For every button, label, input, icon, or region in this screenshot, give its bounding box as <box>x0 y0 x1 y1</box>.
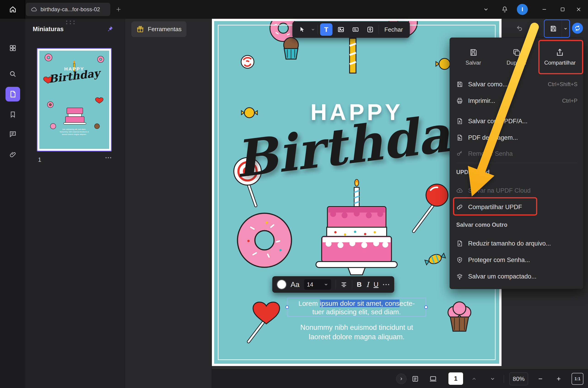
italic-button[interactable]: I <box>366 281 369 289</box>
pin-icon[interactable] <box>106 24 115 33</box>
menu-item-save-cloud: Salvar na UPDF Cloud <box>450 182 584 199</box>
search-icon[interactable] <box>5 67 20 81</box>
thumbnail-more-button[interactable] <box>103 153 113 162</box>
reader-mode-icon[interactable] <box>428 369 438 388</box>
left-sidebar <box>0 19 25 388</box>
title-bar: birthday-ca...for-boss-02 I <box>0 0 588 19</box>
notifications-bell-icon[interactable] <box>500 5 509 14</box>
key-icon <box>456 150 463 157</box>
status-bar: 1 80% 1:1 <box>212 369 588 388</box>
toolbar-divider <box>318 25 318 34</box>
document-tab[interactable]: birthday-ca...for-boss-02 <box>26 3 110 16</box>
table-of-contents-icon[interactable] <box>411 369 420 388</box>
toolbar-divider <box>336 280 336 289</box>
toolbar-collapse-chevron[interactable] <box>481 5 491 14</box>
font-size-select[interactable]: 14 <box>304 279 331 290</box>
cloud-upload-icon <box>456 187 463 194</box>
font-family-button[interactable]: Aa <box>291 280 300 289</box>
form-tool[interactable] <box>349 23 362 36</box>
menu-item-print[interactable]: Imprimir... Ctrl+P <box>450 93 584 109</box>
sidebar-item-comments[interactable] <box>5 127 20 141</box>
apps-grid-icon[interactable] <box>5 41 20 55</box>
duplicate-icon <box>512 48 521 57</box>
menu-item-save-pdfa[interactable]: Salvar como PDF/A... <box>450 113 584 129</box>
toolbar-divider <box>379 25 379 34</box>
save-as-icon <box>456 81 463 88</box>
sidebar-item-thumbnails[interactable] <box>5 87 20 101</box>
undo-button[interactable] <box>513 22 526 35</box>
save-icon <box>469 48 478 57</box>
home-button[interactable] <box>0 0 25 19</box>
cloud-sync-icon[interactable] <box>572 23 583 34</box>
menu-item-share-updf[interactable]: Compartilhar UPDF <box>450 199 584 215</box>
home-icon <box>9 5 17 13</box>
share-icon <box>556 48 564 57</box>
menu-tile-save[interactable]: Salvar <box>454 42 493 72</box>
thumbnails-panel-title: Miniaturas <box>33 26 64 33</box>
stamp-tool[interactable] <box>364 23 376 36</box>
card-body-text[interactable]: Nonummy nibh euismod tincidunt ut laoree… <box>214 323 499 341</box>
sidebar-item-attachments[interactable] <box>5 147 20 162</box>
text-selection-box[interactable]: Lorem ipsum dolor sit amet, consecte-tue… <box>287 298 426 316</box>
next-page-chevron[interactable] <box>488 369 497 388</box>
cloud-icon <box>31 6 37 13</box>
save-button-group <box>544 20 570 38</box>
image-tool[interactable] <box>335 23 347 36</box>
save-button[interactable] <box>544 20 562 37</box>
pdfa-icon <box>456 118 463 125</box>
window-minimize-button[interactable] <box>540 5 549 14</box>
printer-icon <box>456 97 463 104</box>
more-options-button[interactable] <box>383 284 389 285</box>
layers-down-icon <box>456 273 463 280</box>
page-number-input[interactable]: 1 <box>448 372 463 385</box>
select-tool-chevron[interactable] <box>311 27 315 32</box>
underline-button[interactable]: U <box>374 281 379 288</box>
expand-panel-button[interactable] <box>396 374 407 384</box>
thumbnail-card-art: HAPPY Birthday tuer adipiscing elit, sed… <box>39 51 109 149</box>
sidebar-item-bookmarks[interactable] <box>5 107 20 122</box>
text-format-toolbar: Aa 14 B I U <box>272 276 394 293</box>
zoom-in-button[interactable] <box>554 369 563 388</box>
user-avatar[interactable]: I <box>517 4 528 15</box>
zoom-out-button[interactable] <box>536 369 545 388</box>
menu-item-pdf-image[interactable]: PDF de imagem... <box>450 129 584 146</box>
statusbar-divider <box>504 375 504 383</box>
window-close-button[interactable] <box>574 5 583 14</box>
toolbar-divider <box>352 280 352 289</box>
zoom-level-value[interactable]: 80% <box>509 372 528 385</box>
tools-panel-header[interactable]: Ferramentas <box>131 21 186 37</box>
menu-item-save-flattened[interactable]: Salvar um compactado... <box>450 268 584 285</box>
previous-page-chevron[interactable] <box>469 369 479 388</box>
redo-button[interactable] <box>528 22 541 35</box>
menu-section-other: Salvar como Outro <box>456 221 507 228</box>
font-color-swatch[interactable] <box>277 280 286 289</box>
edit-toolbar: T Fechar <box>292 21 410 38</box>
new-tab-button[interactable] <box>114 5 123 14</box>
menu-tile-share[interactable]: Compartilhar <box>540 42 580 72</box>
menu-item-reduce-size[interactable]: Reduzir tamanho do arquivo... <box>450 235 584 252</box>
bold-button[interactable]: B <box>357 281 362 288</box>
link-icon <box>456 204 463 211</box>
page-thumbnail[interactable]: HAPPY Birthday tuer adipiscing elit, sed… <box>37 48 112 151</box>
image-pdf-icon <box>456 134 463 141</box>
compress-icon <box>456 240 463 247</box>
menu-tile-row: Salvar Duplicar Compartilhar <box>454 42 580 72</box>
shield-lock-icon <box>456 257 463 263</box>
select-tool[interactable] <box>296 23 308 36</box>
window-maximize-button[interactable] <box>558 5 567 14</box>
menu-tile-duplicate[interactable]: Duplicar <box>497 42 536 72</box>
save-share-menu: Salvar Duplicar Compartilhar Salvar como… <box>450 38 584 289</box>
menu-section-cloud: UPDF Cloud <box>456 169 490 175</box>
save-menu-chevron[interactable] <box>562 20 569 37</box>
selected-text: ipsum dolor sit amet, cons <box>320 300 399 307</box>
text-tool[interactable]: T <box>320 23 332 36</box>
panel-drag-handle[interactable] <box>66 21 76 24</box>
fit-one-to-one-button[interactable]: 1:1 <box>571 373 583 385</box>
close-edit-mode-button[interactable]: Fechar <box>381 26 406 33</box>
menu-item-protect-password[interactable]: Proteger com Senha... <box>450 252 584 268</box>
align-center-button[interactable] <box>340 281 347 288</box>
menu-divider <box>456 163 577 163</box>
menu-item-save-as[interactable]: Salvar como... Ctrl+Shift+S <box>450 76 584 93</box>
card-lorem-text[interactable]: Lorem ipsum dolor sit amet, consecte-tue… <box>288 299 426 316</box>
menu-item-remove-password: Remover Senha <box>450 146 584 162</box>
